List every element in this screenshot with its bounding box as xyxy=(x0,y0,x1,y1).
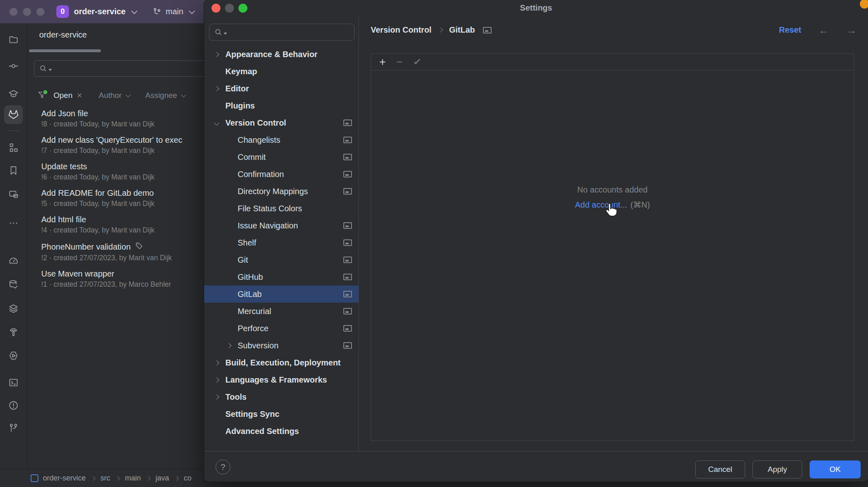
database-icon[interactable] xyxy=(8,279,19,290)
header-actions: Reset ← → xyxy=(779,25,857,35)
filter-open[interactable]: Open xyxy=(53,91,72,100)
merge-request-item[interactable]: Update tests !6 · created Today, by Mari… xyxy=(27,160,204,186)
tree-item-shelf[interactable]: Shelf xyxy=(204,234,358,251)
filter-author-label: Author xyxy=(99,91,122,100)
add-account-button[interactable]: + xyxy=(379,57,386,67)
mr-title: Add new class 'QueryExecutor' to exec xyxy=(41,135,183,145)
tree-item-perforce[interactable]: Perforce xyxy=(204,320,358,337)
breadcrumb-item[interactable]: src xyxy=(100,474,110,483)
chevron-right-icon[interactable] xyxy=(215,361,225,365)
tree-item-tools[interactable]: Tools xyxy=(204,388,358,405)
merge-request-search-input[interactable] xyxy=(34,60,204,77)
dialog-title: Settings xyxy=(204,3,868,13)
merge-requests-panel: order-service Open ✕ Author Assignee Add… xyxy=(27,23,204,469)
ok-button[interactable]: OK xyxy=(810,460,861,478)
breadcrumb-item[interactable]: GitLab xyxy=(449,25,475,35)
tree-item-commit[interactable]: Commit xyxy=(204,148,358,166)
forward-arrow-icon[interactable]: → xyxy=(846,26,857,35)
tree-item-advanced-settings[interactable]: Advanced Settings xyxy=(204,423,358,440)
tree-item-label: Languages & Frameworks xyxy=(225,375,327,385)
tree-item-issue-navigation[interactable]: Issue Navigation xyxy=(204,217,358,234)
close-window-button[interactable] xyxy=(9,8,18,16)
chevron-right-icon[interactable] xyxy=(227,344,238,348)
tree-item-keymap[interactable]: Keymap xyxy=(204,63,358,80)
tree-item-label: Changelists xyxy=(238,135,280,145)
branch-switcher[interactable]: main xyxy=(152,7,194,16)
mr-title: Update tests xyxy=(41,162,87,171)
per-project-settings-icon xyxy=(343,291,352,297)
breadcrumb-item[interactable]: Version Control xyxy=(371,25,432,35)
breadcrumb-item[interactable]: main xyxy=(125,474,141,483)
services-icon[interactable] xyxy=(8,303,19,314)
help-button[interactable]: ? xyxy=(216,460,230,474)
tree-item-label: Tools xyxy=(225,392,247,402)
gitlab-icon xyxy=(8,109,19,120)
chevron-right-icon[interactable] xyxy=(215,395,225,399)
learn-icon[interactable] xyxy=(8,89,19,99)
filter-author[interactable]: Author xyxy=(99,91,129,100)
problems-icon[interactable] xyxy=(8,400,19,411)
filter-icon[interactable] xyxy=(37,90,48,101)
tree-item-directory-mappings[interactable]: Directory Mappings xyxy=(204,183,358,200)
bookmarks-icon[interactable] xyxy=(8,165,19,176)
project-folder-icon[interactable] xyxy=(8,34,19,45)
cancel-button[interactable]: Cancel xyxy=(695,460,745,478)
per-project-settings-icon xyxy=(483,27,492,33)
merge-request-item[interactable]: Add html file !4 · created Today, by Mar… xyxy=(27,213,204,239)
project-switcher[interactable]: order-service xyxy=(74,7,126,16)
tree-item-plugins[interactable]: Plugins xyxy=(204,97,358,114)
back-arrow-icon[interactable]: ← xyxy=(818,26,829,35)
chevron-right-icon[interactable] xyxy=(215,87,225,91)
more-icon[interactable] xyxy=(8,218,19,228)
tree-item-version-control[interactable]: Version Control xyxy=(204,114,358,131)
minimize-window-button[interactable] xyxy=(23,8,31,16)
tree-item-settings-sync[interactable]: Settings Sync xyxy=(204,405,358,423)
tree-item-subversion[interactable]: Subversion xyxy=(204,337,358,354)
terminal-icon[interactable] xyxy=(8,377,19,388)
clear-filter-icon[interactable]: ✕ xyxy=(76,91,82,100)
maximize-window-button[interactable] xyxy=(36,8,45,16)
device-manager-icon[interactable] xyxy=(8,189,19,200)
mouse-cursor-pointer xyxy=(604,202,619,217)
structure-icon[interactable] xyxy=(8,142,19,153)
tree-item-github[interactable]: GitHub xyxy=(204,268,358,286)
chevron-down-icon[interactable] xyxy=(215,121,225,125)
chevron-right-icon[interactable] xyxy=(215,53,225,56)
apply-button[interactable]: Apply xyxy=(752,460,802,478)
tree-item-appearance-behavior[interactable]: Appearance & Behavior xyxy=(204,46,358,63)
merge-request-item[interactable]: Add README for GitLab demo !5 · created … xyxy=(27,186,204,213)
build-icon[interactable] xyxy=(8,327,19,337)
tree-item-changelists[interactable]: Changelists xyxy=(204,131,358,148)
tree-item-editor[interactable]: Editor xyxy=(204,80,358,97)
tree-item-git[interactable]: Git xyxy=(204,251,358,268)
run-anything-icon[interactable] xyxy=(8,350,19,361)
breadcrumb[interactable]: order-service src main java co xyxy=(43,474,191,483)
tree-item-build-execution-deployment[interactable]: Build, Execution, Deployment xyxy=(204,354,358,371)
chevron-right-icon[interactable] xyxy=(215,378,225,382)
gitlab-tool-window-button[interactable] xyxy=(4,105,23,124)
breadcrumb-item[interactable]: order-service xyxy=(43,474,86,483)
merge-request-item[interactable]: Add Json file !8 · created Today, by Mar… xyxy=(27,107,204,133)
git-branch-icon xyxy=(152,7,162,16)
window-controls[interactable] xyxy=(9,8,45,16)
commit-icon[interactable] xyxy=(8,61,19,71)
merge-request-item[interactable]: Add new class 'QueryExecutor' to exec !7… xyxy=(27,133,204,160)
git-icon[interactable] xyxy=(8,423,19,433)
tree-item-confirmation[interactable]: Confirmation xyxy=(204,166,358,183)
tree-item-label: File Status Colors xyxy=(238,204,302,213)
mr-meta: !1 · created 27/07/2023, by Marco Behler xyxy=(41,280,204,289)
add-account-link[interactable]: Add account... xyxy=(575,200,627,209)
settings-search-input[interactable] xyxy=(209,24,354,41)
profiler-icon[interactable] xyxy=(8,256,19,266)
tree-item-file-status-colors[interactable]: File Status Colors xyxy=(204,200,358,217)
reset-link[interactable]: Reset xyxy=(779,25,801,35)
panel-title: order-service xyxy=(39,30,87,40)
tree-item-gitlab[interactable]: GitLab xyxy=(204,286,358,303)
tree-item-mercurial[interactable]: Mercurial xyxy=(204,303,358,320)
filter-assignee[interactable]: Assignee xyxy=(145,91,185,100)
merge-request-item[interactable]: Use Maven wrapper !1 · created 27/07/202… xyxy=(27,267,204,294)
breadcrumb-item[interactable]: java xyxy=(156,474,169,483)
breadcrumb-item[interactable]: co xyxy=(184,474,191,483)
merge-request-item[interactable]: PhoneNumber validation !2 · created 27/0… xyxy=(27,239,204,267)
tree-item-languages-frameworks[interactable]: Languages & Frameworks xyxy=(204,371,358,388)
